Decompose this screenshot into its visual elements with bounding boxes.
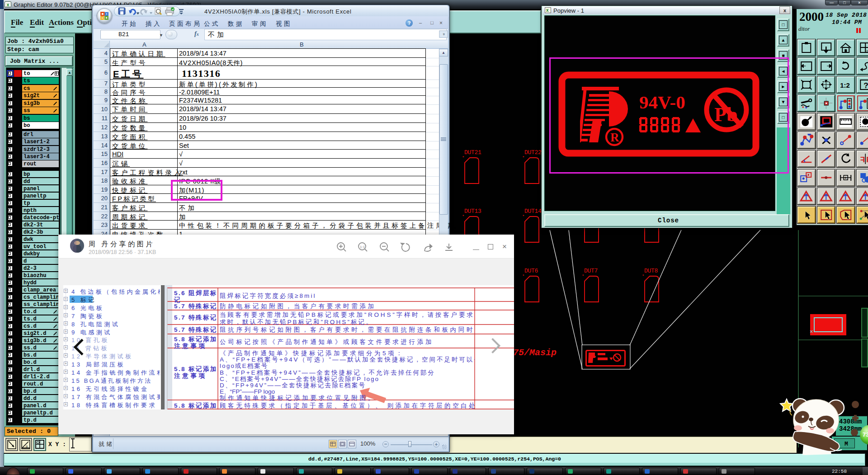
svg-text:R: R [610, 131, 619, 144]
svg-text:94V-0: 94V-0 [639, 92, 685, 113]
